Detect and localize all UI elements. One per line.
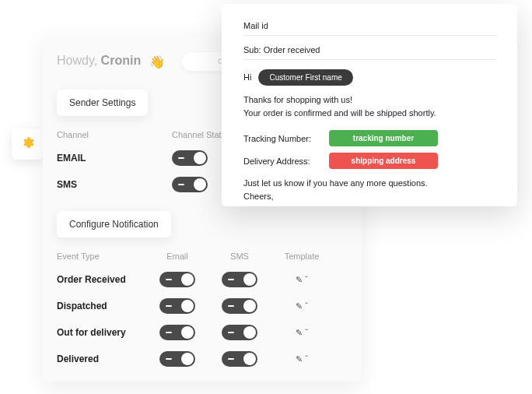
edit-template-button[interactable]: ✎ ˇ — [271, 354, 333, 364]
toggle-delivered-sms[interactable] — [222, 351, 257, 367]
body-text: Thanks for shopping with us! Your order … — [243, 93, 495, 119]
toggle-delivered-email[interactable] — [159, 351, 195, 367]
edit-template-button[interactable]: ✎ ˇ — [271, 328, 333, 338]
footer-line: Just let us know if you have any more qu… — [243, 177, 495, 190]
address-label: Delivery Address: — [243, 157, 329, 166]
event-headers: Event Type Email SMS Template — [57, 252, 348, 261]
wave-icon: 👋 — [149, 55, 165, 69]
toggle-dispatched-email[interactable] — [159, 298, 195, 314]
event-label: Out for delivery — [57, 327, 146, 338]
body-line: Your order is confirmed and will be ship… — [243, 107, 495, 120]
mail-id-label: Mail id — [243, 21, 268, 30]
tracking-row: Tracking Number: tracking number — [243, 130, 495, 146]
header-email: Email — [146, 252, 208, 261]
pencil-icon: ✎ ˇ — [296, 354, 308, 364]
pencil-icon: ✎ ˇ — [296, 275, 308, 285]
address-row: Delivery Address: shipping address — [243, 153, 495, 169]
tracking-number-placeholder[interactable]: tracking number — [329, 130, 438, 146]
pencil-icon: ✎ ˇ — [296, 301, 308, 311]
sender-settings-button[interactable]: Sender Settings — [57, 90, 148, 116]
event-row: Out for delivery ✎ ˇ — [57, 325, 348, 340]
event-row: Dispatched ✎ ˇ — [57, 298, 348, 314]
customer-name-placeholder[interactable]: Customer First name — [258, 69, 352, 86]
header-channel: Channel — [57, 130, 172, 139]
tracking-label: Tracking Number: — [243, 134, 329, 143]
toggle-email[interactable] — [172, 150, 208, 166]
greeting-line: Hi Customer First name — [243, 69, 495, 86]
hi-text: Hi — [243, 72, 251, 82]
toggle-order-received-email[interactable] — [159, 272, 195, 287]
footer-text: Just let us know if you have any more qu… — [243, 177, 495, 202]
body-line: Thanks for shopping with us! — [243, 93, 495, 107]
email-preview-card: Mail id Sub: Order received Hi Customer … — [222, 4, 517, 206]
event-row: Delivered ✎ ˇ — [57, 351, 348, 367]
footer-line: Cheers, — [243, 190, 495, 203]
header-template: Template — [271, 252, 333, 261]
greeting: Howdy, Cronin — [57, 54, 141, 68]
event-label: Delivered — [57, 354, 146, 364]
subject-text: Sub: Order received — [243, 45, 320, 55]
pencil-icon: ✎ ˇ — [296, 328, 308, 338]
event-label: Order Received — [57, 274, 146, 285]
toggle-dispatched-sms[interactable] — [222, 298, 257, 314]
mail-id-field[interactable]: Mail id — [243, 21, 495, 36]
event-row: Order Received ✎ ˇ — [57, 272, 348, 287]
gear-icon — [20, 135, 34, 153]
configure-notification-button[interactable]: Configure Notification — [57, 211, 171, 237]
header-sms: SMS — [208, 252, 271, 261]
greeting-prefix: Howdy, — [57, 54, 101, 67]
toggle-order-received-sms[interactable] — [222, 272, 257, 287]
edit-template-button[interactable]: ✎ ˇ — [271, 275, 333, 285]
channel-label: EMAIL — [57, 153, 172, 164]
toggle-sms[interactable] — [172, 177, 208, 192]
greeting-name: Cronin — [101, 54, 142, 67]
toggle-out-for-delivery-sms[interactable] — [222, 325, 257, 340]
edit-template-button[interactable]: ✎ ˇ — [271, 301, 333, 311]
channel-label: SMS — [57, 179, 172, 190]
shipping-address-placeholder[interactable]: shipping address — [329, 153, 438, 169]
toggle-out-for-delivery-email[interactable] — [159, 325, 195, 340]
settings-gear-button[interactable] — [12, 128, 43, 160]
header-event-type: Event Type — [57, 252, 146, 261]
event-label: Dispatched — [57, 301, 146, 311]
subject-field[interactable]: Sub: Order received — [243, 45, 495, 60]
